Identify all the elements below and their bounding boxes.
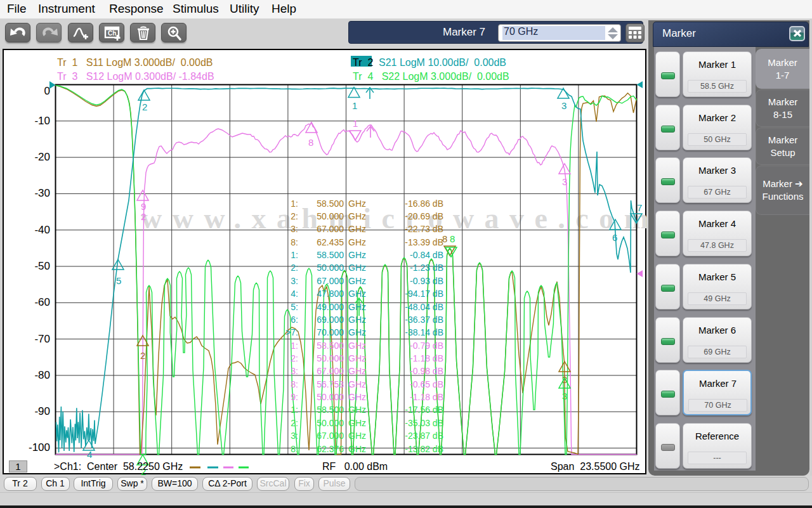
svg-text:2: 2 [142, 101, 147, 112]
svg-text:2: 2 [140, 350, 145, 361]
svg-text:1: 1 [352, 100, 357, 111]
svg-text:3: 3 [562, 176, 567, 187]
svg-text:2: 2 [141, 211, 146, 222]
svg-text:9: 9 [141, 201, 146, 212]
svg-text:8: 8 [308, 137, 313, 148]
svg-text:4: 4 [87, 449, 92, 460]
svg-text:5: 5 [116, 275, 121, 286]
svg-text:8: 8 [450, 233, 455, 244]
svg-text:3: 3 [562, 391, 567, 401]
svg-text:6: 6 [612, 232, 617, 243]
svg-text:3: 3 [561, 100, 566, 111]
svg-text:1: 1 [353, 118, 358, 129]
svg-text:7: 7 [637, 202, 642, 213]
svg-text:3: 3 [562, 374, 567, 385]
